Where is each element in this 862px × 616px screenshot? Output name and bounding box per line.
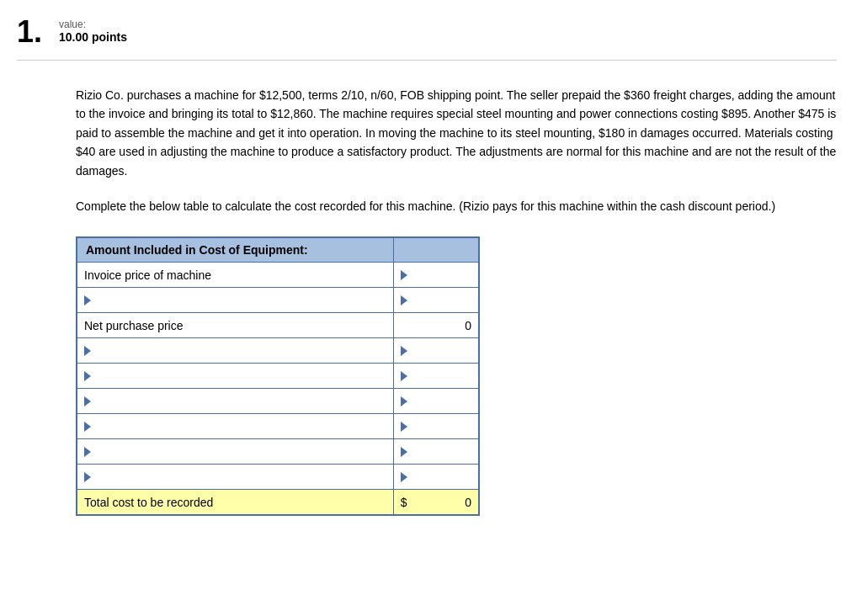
arrow-icon	[84, 472, 91, 482]
table-row	[77, 338, 479, 364]
total-cost-value-cell: $ 0	[393, 490, 479, 515]
question-number: 1.	[17, 17, 42, 47]
row8-label-cell[interactable]	[77, 439, 393, 465]
cost-table: Amount Included in Cost of Equipment: In…	[76, 236, 480, 516]
row5-label-cell[interactable]	[77, 364, 393, 389]
row1-value-input[interactable]	[410, 268, 471, 282]
net-purchase-value: 0	[465, 319, 471, 332]
table-row	[77, 439, 479, 465]
net-purchase-label: Net purchase price	[84, 319, 184, 332]
table-header-col2	[393, 237, 479, 263]
net-purchase-row: Net purchase price 0	[77, 313, 479, 338]
arrow-icon	[84, 295, 91, 305]
table-header-col1: Amount Included in Cost of Equipment:	[77, 237, 393, 263]
arrow-icon	[401, 447, 407, 457]
arrow-icon	[401, 295, 407, 305]
row4-label-input[interactable]	[93, 344, 386, 358]
row5-value-input[interactable]	[410, 369, 471, 383]
question-meta: value: 10.00 points	[59, 17, 127, 44]
row5-value-cell[interactable]	[393, 364, 479, 389]
row9-label-input[interactable]	[93, 470, 386, 484]
net-purchase-label-cell: Net purchase price	[77, 313, 393, 338]
points-value: 10.00 points	[59, 30, 127, 44]
row5-label-input[interactable]	[93, 369, 386, 383]
row8-label-input[interactable]	[93, 445, 386, 459]
arrow-icon	[401, 371, 407, 381]
row6-label-input[interactable]	[93, 395, 386, 408]
net-purchase-value-cell: 0	[393, 313, 479, 338]
value-label: value:	[59, 19, 127, 30]
row2-label-input[interactable]	[93, 294, 386, 307]
page-container: 1. value: 10.00 points Rizio Co. purchas…	[0, 0, 862, 616]
instruction-text: Complete the below table to calculate th…	[76, 197, 837, 215]
row1-label-cell: Invoice price of machine	[77, 263, 393, 288]
arrow-icon	[401, 270, 407, 280]
arrow-icon	[401, 396, 407, 406]
row7-label-input[interactable]	[93, 420, 386, 433]
row1-label: Invoice price of machine	[84, 268, 211, 282]
row4-label-cell[interactable]	[77, 338, 393, 364]
table-row: Invoice price of machine	[77, 263, 479, 288]
row8-value-cell[interactable]	[393, 439, 479, 465]
dollar-sign: $	[401, 496, 407, 509]
arrow-icon	[401, 346, 407, 356]
arrow-icon	[84, 346, 91, 356]
arrow-icon	[84, 447, 91, 457]
row6-value-cell[interactable]	[393, 389, 479, 414]
total-cost-value: 0	[465, 496, 471, 509]
total-cost-label-cell: Total cost to be recorded	[77, 490, 393, 515]
table-row	[77, 389, 479, 414]
row6-label-cell[interactable]	[77, 389, 393, 414]
row8-value-input[interactable]	[410, 445, 471, 459]
table-row	[77, 288, 479, 313]
question-paragraph: Rizio Co. purchases a machine for $12,50…	[76, 86, 837, 180]
table-row	[77, 465, 479, 490]
row4-value-input[interactable]	[410, 344, 471, 358]
total-cost-row: Total cost to be recorded $ 0	[77, 490, 479, 515]
arrow-icon	[401, 472, 407, 482]
row7-value-cell[interactable]	[393, 414, 479, 439]
total-cost-label: Total cost to be recorded	[84, 496, 213, 509]
table-row	[77, 364, 479, 389]
arrow-icon	[84, 371, 91, 381]
row9-value-cell[interactable]	[393, 465, 479, 490]
arrow-icon	[401, 422, 407, 432]
table-row	[77, 414, 479, 439]
row1-value-cell[interactable]	[393, 263, 479, 288]
row7-label-cell[interactable]	[77, 414, 393, 439]
row6-value-input[interactable]	[410, 395, 471, 408]
row9-label-cell[interactable]	[77, 465, 393, 490]
row2-value-cell[interactable]	[393, 288, 479, 313]
arrow-icon	[84, 422, 91, 432]
row7-value-input[interactable]	[410, 420, 471, 433]
question-body: Rizio Co. purchases a machine for $12,50…	[76, 86, 837, 516]
row4-value-cell[interactable]	[393, 338, 479, 364]
row2-label-cell[interactable]	[77, 288, 393, 313]
question-header: 1. value: 10.00 points	[17, 17, 837, 61]
arrow-icon	[84, 396, 91, 406]
row2-value-input[interactable]	[410, 294, 471, 307]
row9-value-input[interactable]	[410, 470, 471, 484]
